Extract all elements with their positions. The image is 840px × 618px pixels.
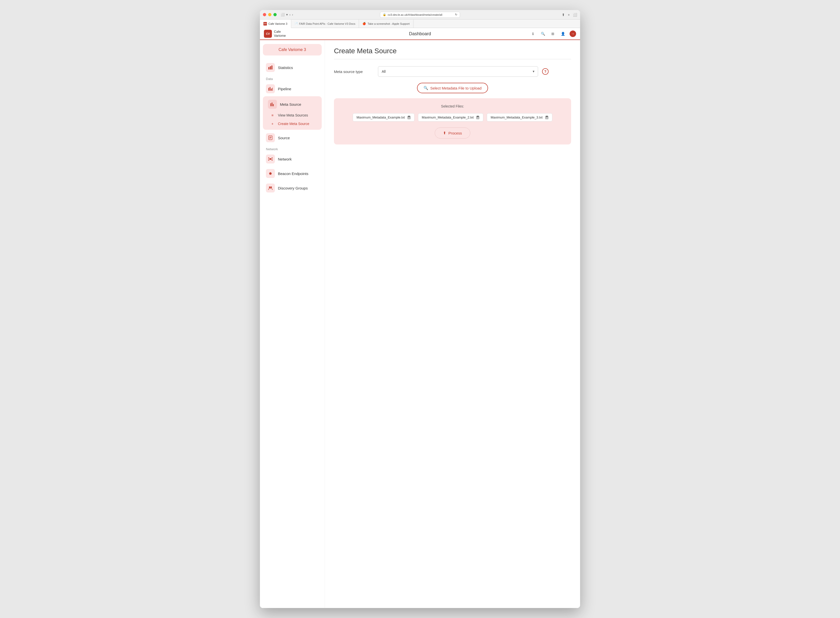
lock-icon: 🔒 — [383, 13, 386, 16]
title-bar-actions: ⬆ + ⬜ — [562, 13, 577, 17]
sidebar-item-pipeline[interactable]: Pipeline — [263, 82, 322, 96]
list-icon: ≡ — [270, 113, 275, 117]
info-icon-button[interactable]: ℹ — [530, 31, 536, 37]
file-delete-button-3[interactable] — [545, 116, 548, 119]
header-icons: ℹ 🔍 ⊞ 👤 → — [530, 31, 576, 37]
svg-line-20 — [271, 158, 272, 159]
svg-rect-7 — [270, 103, 271, 106]
tabs-icon[interactable]: ⬜ — [573, 13, 577, 17]
file-delete-button-2[interactable] — [476, 116, 480, 119]
sidebar-label-source: Source — [278, 136, 290, 140]
sidebar-label-discovery-groups: Discovery Groups — [278, 186, 308, 190]
share-icon[interactable]: ⬆ — [562, 13, 565, 17]
forward-icon[interactable]: › — [292, 13, 293, 16]
svg-point-16 — [272, 157, 273, 159]
process-button-label: Process — [448, 131, 462, 135]
meta-source-icon — [268, 100, 277, 109]
svg-rect-5 — [271, 89, 272, 91]
svg-rect-13 — [270, 138, 271, 139]
tab-cafe-variome[interactable]: CV Cafe Variome 3 — [260, 19, 291, 28]
sidebar-section-data: Data — [263, 75, 322, 82]
sidebar-item-create-meta-source[interactable]: + Create Meta Source — [265, 120, 320, 128]
sidebar-item-source[interactable]: Source — [263, 131, 322, 145]
svg-rect-4 — [270, 87, 270, 91]
mac-window: ⬜ ▾ ‹ › 🔒 cv3-dev.le.ac.uk/#/dashboard/m… — [260, 10, 580, 608]
window-controls: ⬜ ▾ ‹ › — [281, 13, 293, 16]
file-name-1: Maximum_Metadata_Example.txt — [356, 116, 405, 119]
svg-point-18 — [272, 159, 273, 160]
discovery-groups-icon — [266, 184, 275, 193]
plus-icon: + — [270, 122, 275, 126]
sidebar-item-view-meta-sources[interactable]: ≡ View Meta Sources — [265, 111, 320, 119]
meta-source-type-label: Meta source type — [334, 70, 374, 74]
header-title: Dashboard — [409, 31, 431, 37]
file-chip-1: Maximum_Metadata_Example.txt — [353, 113, 414, 122]
svg-rect-11 — [270, 137, 271, 137]
svg-line-21 — [269, 159, 270, 160]
tab-icon-cv: CV — [264, 22, 267, 25]
tab-label-2: FAIR Data Point APIs · Cafe Variome V3 D… — [299, 22, 356, 25]
sidebar-toggle-icon[interactable]: ⬜ — [281, 13, 284, 16]
logout-icon-button[interactable]: → — [570, 31, 576, 37]
tab-icon-apple: 🍎 — [362, 22, 366, 25]
grid-icon-button[interactable]: ⊞ — [550, 31, 556, 37]
title-bar: ⬜ ▾ ‹ › 🔒 cv3-dev.le.ac.uk/#/dashboard/m… — [260, 10, 580, 19]
tab-bar: CV Cafe Variome 3 📄 FAIR Data Point APIs… — [260, 19, 580, 28]
sidebar-meta-source-group: Meta Source ≡ View Meta Sources + Create… — [263, 96, 322, 130]
svg-rect-8 — [272, 103, 273, 106]
network-icon — [266, 154, 275, 163]
svg-rect-9 — [273, 104, 274, 106]
sidebar-item-meta-source[interactable]: Meta Source — [265, 98, 320, 111]
search-icon-button[interactable]: 🔍 — [539, 31, 546, 37]
tab-label-3: Take a screenshot - Apple Support — [368, 22, 410, 25]
main-content: Create Meta Source Meta source type All … — [325, 40, 580, 608]
statistics-icon — [266, 63, 275, 72]
sidebar-item-network[interactable]: Network — [263, 152, 322, 166]
new-tab-icon[interactable]: + — [568, 13, 570, 17]
svg-rect-6 — [272, 88, 273, 91]
back-icon[interactable]: ‹ — [289, 13, 290, 16]
url-bar[interactable]: 🔒 cv3-dev.le.ac.uk/#/dashboard/meta/crea… — [380, 12, 460, 18]
sidebar-label-beacon: Beacon Endpoints — [278, 171, 308, 176]
svg-rect-28 — [408, 116, 410, 116]
traffic-lights — [263, 13, 277, 16]
sidebar-item-beacon[interactable]: Beacon Endpoints — [263, 166, 322, 181]
file-delete-button-1[interactable] — [407, 116, 411, 119]
sidebar-label-view-meta-sources: View Meta Sources — [278, 113, 308, 117]
svg-point-17 — [268, 159, 269, 160]
svg-point-26 — [270, 187, 272, 188]
url-text: cv3-dev.le.ac.uk/#/dashboard/meta/create… — [388, 13, 442, 16]
minimize-button[interactable] — [268, 13, 271, 16]
sidebar: Cafe Variome 3 Statistics Data — [260, 40, 325, 608]
tab-icon-fair: 📄 — [295, 22, 298, 25]
meta-source-type-select[interactable]: All Type A Type B — [378, 66, 538, 77]
app-logo[interactable]: CV Cafe Variome — [264, 30, 286, 38]
sidebar-label-network: Network — [278, 157, 292, 161]
files-grid: Maximum_Metadata_Example.txt — [340, 113, 565, 122]
search-icon: 🔍 — [423, 86, 428, 90]
svg-rect-42 — [546, 116, 548, 116]
process-button[interactable]: ⬆ Process — [435, 128, 470, 138]
page-title: Create Meta Source — [334, 47, 571, 55]
close-button[interactable] — [263, 13, 266, 16]
svg-point-14 — [270, 158, 271, 160]
pipeline-icon — [266, 84, 275, 93]
maximize-button[interactable] — [273, 13, 277, 16]
sidebar-item-discovery-groups[interactable]: Discovery Groups — [263, 181, 322, 195]
upload-button[interactable]: 🔍 Select Metadata File to Upload — [417, 83, 488, 93]
tab-apple-support[interactable]: 🍎 Take a screenshot - Apple Support — [359, 19, 413, 28]
refresh-icon[interactable]: ↻ — [455, 13, 457, 16]
tab-fair-data[interactable]: 📄 FAIR Data Point APIs · Cafe Variome V3… — [291, 19, 359, 28]
source-icon — [266, 133, 275, 142]
files-area: Selected Files: Maximum_Metadata_Example… — [334, 98, 571, 144]
sidebar-app-name[interactable]: Cafe Variome 3 — [263, 44, 322, 55]
app-header: CV Cafe Variome Dashboard ℹ 🔍 ⊞ 👤 → — [260, 28, 580, 40]
logo-box: CV — [264, 30, 272, 38]
svg-line-22 — [271, 159, 272, 160]
logo-abbr: CV — [266, 32, 270, 35]
file-chip-3: Maximum_Metadata_Example_3.txt — [487, 113, 552, 122]
svg-point-25 — [269, 187, 270, 188]
sidebar-item-statistics[interactable]: Statistics — [263, 61, 322, 74]
help-icon[interactable]: ? — [542, 68, 548, 75]
user-icon-button[interactable]: 👤 — [560, 31, 566, 37]
